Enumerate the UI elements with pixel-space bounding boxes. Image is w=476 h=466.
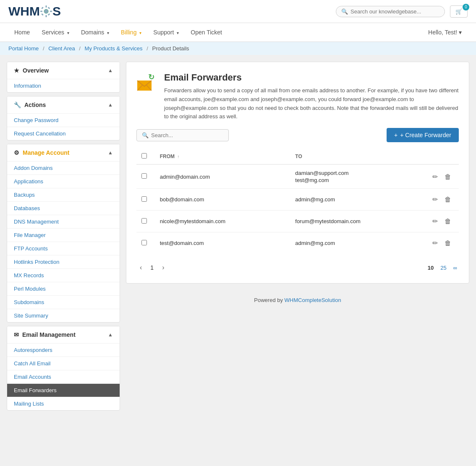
svg-rect-1 — [45, 5, 47, 8]
nav-domains[interactable]: Domains ▾ — [75, 23, 115, 42]
svg-rect-3 — [40, 11, 42, 12]
sidebar-item-autoresponders[interactable]: Autoresponders — [7, 343, 120, 357]
sidebar-item-change-password[interactable]: Change Password — [7, 113, 120, 127]
sidebar-item-request-cancellation[interactable]: Request Cancellation — [7, 127, 120, 140]
svg-rect-7 — [41, 13, 44, 16]
sidebar-item-ftp-accounts[interactable]: FTP Accounts — [7, 242, 120, 255]
table-search-icon: 🔍 — [142, 132, 149, 138]
sidebar-email-title: Email Management — [22, 331, 108, 338]
sidebar-section-email: ✉ Email Management ▲ Autoresponders Catc… — [7, 326, 120, 411]
row-checkbox-3[interactable] — [141, 240, 147, 245]
topbar-right: 🔍 🛒 0 — [336, 5, 468, 18]
from-cell-0: admin@domain.com — [155, 164, 290, 189]
current-page: 1 — [149, 264, 155, 271]
forwarder-search-input[interactable] — [151, 132, 222, 138]
nav-links: Home Services ▾ Domains ▾ Billing ▾ Supp… — [8, 23, 228, 42]
table-header-row: FROM ↑ TO — [136, 149, 459, 164]
breadcrumb-my-products[interactable]: My Products & Services — [85, 45, 143, 52]
sidebar-item-information[interactable]: Information — [7, 79, 120, 92]
section-title-text-area: Email Forwarders Forwarders allow you to… — [164, 72, 459, 121]
section-title-area: ↻ Email Forwarders Forwarders allow you … — [136, 72, 459, 121]
sidebar-item-hotlinks-protection[interactable]: Hotlinks Protection — [7, 255, 120, 268]
sidebar-overview-title: Overview — [23, 67, 108, 74]
from-cell-1: bob@domain.com — [155, 189, 290, 211]
footer-link[interactable]: WHMCompleteSolution — [285, 297, 341, 303]
chevron-up-icon: ▲ — [108, 68, 113, 73]
sidebar-actions-title: Actions — [24, 102, 108, 108]
sidebar-item-subdomains[interactable]: Subdomains — [7, 295, 120, 309]
logo-text-os: S — [52, 4, 61, 18]
per-page-all[interactable]: ∞ — [452, 264, 459, 272]
per-page-selector: 10 25 ∞ — [426, 264, 459, 272]
sidebar-item-backups[interactable]: Backups — [7, 188, 120, 201]
knowledge-search-bar[interactable]: 🔍 — [336, 6, 445, 17]
edit-button-1[interactable]: ✏ — [430, 194, 440, 205]
next-page-button[interactable]: › — [159, 262, 167, 273]
content-area: ↻ Email Forwarders Forwarders allow you … — [126, 62, 469, 412]
sidebar-item-email-forwarders[interactable]: Email Forwarders — [7, 383, 120, 397]
sidebar-header-overview[interactable]: ★ Overview ▲ — [7, 62, 120, 79]
sidebar-item-dns-management[interactable]: DNS Management — [7, 215, 120, 228]
forwarder-table-body: admin@domain.comdamian@support.comtest@m… — [136, 164, 459, 254]
cart-badge: 0 — [463, 4, 469, 10]
from-cell-2: nicole@mytestdomain.com — [155, 211, 290, 232]
sidebar-item-catch-all-email[interactable]: Catch All Email — [7, 357, 120, 370]
delete-button-1[interactable]: 🗑 — [442, 194, 454, 205]
logo: WHM S — [8, 4, 61, 18]
edit-button-2[interactable]: ✏ — [430, 216, 440, 227]
per-page-10[interactable]: 10 — [426, 264, 435, 272]
svg-rect-6 — [48, 7, 50, 9]
sidebar-item-email-accounts[interactable]: Email Accounts — [7, 370, 120, 383]
sidebar-item-databases[interactable]: Databases — [7, 201, 120, 215]
create-forwarder-button[interactable]: + + Create Forwarder — [387, 128, 459, 142]
from-cell-3: test@domain.com — [155, 232, 290, 254]
nav-support[interactable]: Support ▾ — [147, 23, 185, 42]
select-all-checkbox[interactable] — [141, 153, 147, 159]
delete-button-0[interactable]: 🗑 — [442, 172, 454, 182]
create-forwarder-label: + Create Forwarder — [400, 132, 451, 138]
edit-button-3[interactable]: ✏ — [430, 237, 440, 249]
envelope-icon: ✉ — [14, 331, 19, 338]
sidebar: ★ Overview ▲ Information 🔧 Actions ▲ Cha… — [7, 62, 120, 412]
sidebar-item-site-summary[interactable]: Site Summary — [7, 309, 120, 322]
sidebar-header-manage[interactable]: ⚙ Manage Account ▲ — [7, 144, 120, 161]
nav-billing[interactable]: Billing ▾ — [115, 23, 147, 42]
nav-open-ticket[interactable]: Open Ticket — [185, 23, 228, 42]
navbar: Home Services ▾ Domains ▾ Billing ▾ Supp… — [0, 23, 476, 42]
search-icon: 🔍 — [341, 8, 348, 15]
cart-button[interactable]: 🛒 0 — [450, 5, 468, 18]
row-checkbox-1[interactable] — [141, 196, 147, 202]
edit-button-0[interactable]: ✏ — [430, 171, 440, 182]
sidebar-header-actions[interactable]: 🔧 Actions ▲ — [7, 96, 120, 113]
row-checkbox-0[interactable] — [141, 173, 147, 179]
row-checkbox-2[interactable] — [141, 218, 147, 224]
section-description: Forwarders allow you to send a copy of a… — [164, 86, 459, 121]
svg-rect-4 — [50, 11, 52, 12]
breadcrumb-portal-home[interactable]: Portal Home — [8, 45, 39, 52]
svg-point-0 — [44, 9, 48, 13]
nav-services[interactable]: Services ▾ — [36, 23, 75, 42]
delete-button-2[interactable]: 🗑 — [442, 216, 454, 227]
sidebar-item-applications[interactable]: Applications — [7, 174, 120, 188]
forwarder-search-bar[interactable]: 🔍 — [136, 129, 229, 141]
sidebar-header-email[interactable]: ✉ Email Management ▲ — [7, 326, 120, 343]
sidebar-item-file-manager[interactable]: File Manager — [7, 228, 120, 242]
prev-page-button[interactable]: ‹ — [136, 262, 145, 273]
sidebar-item-mailing-lists[interactable]: Mailing Lists — [7, 397, 120, 410]
delete-button-3[interactable]: 🗑 — [442, 238, 454, 249]
sidebar-item-addon-domains[interactable]: Addon Domains — [7, 161, 120, 174]
per-page-25[interactable]: 25 — [439, 264, 448, 272]
to-cell-2: forum@mytestdomain.com — [290, 211, 419, 232]
sidebar-manage-title: Manage Account — [23, 149, 108, 156]
sidebar-item-perl-modules[interactable]: Perl Modules — [7, 282, 120, 295]
user-greeting[interactable]: Hello, Test! ▾ — [422, 23, 468, 42]
breadcrumb-client-area[interactable]: Client Area — [48, 45, 75, 52]
sidebar-item-mx-records[interactable]: MX Records — [7, 268, 120, 282]
knowledge-search-input[interactable] — [350, 8, 434, 15]
svg-rect-5 — [41, 7, 44, 9]
svg-rect-2 — [45, 15, 47, 17]
nav-home[interactable]: Home — [8, 23, 36, 42]
forwarder-table: FROM ↑ TO admin@domain.comdamian@support… — [136, 149, 459, 254]
sidebar-section-manage: ⚙ Manage Account ▲ Addon Domains Applica… — [7, 144, 120, 323]
logo-text-wh: WHM — [8, 4, 40, 18]
